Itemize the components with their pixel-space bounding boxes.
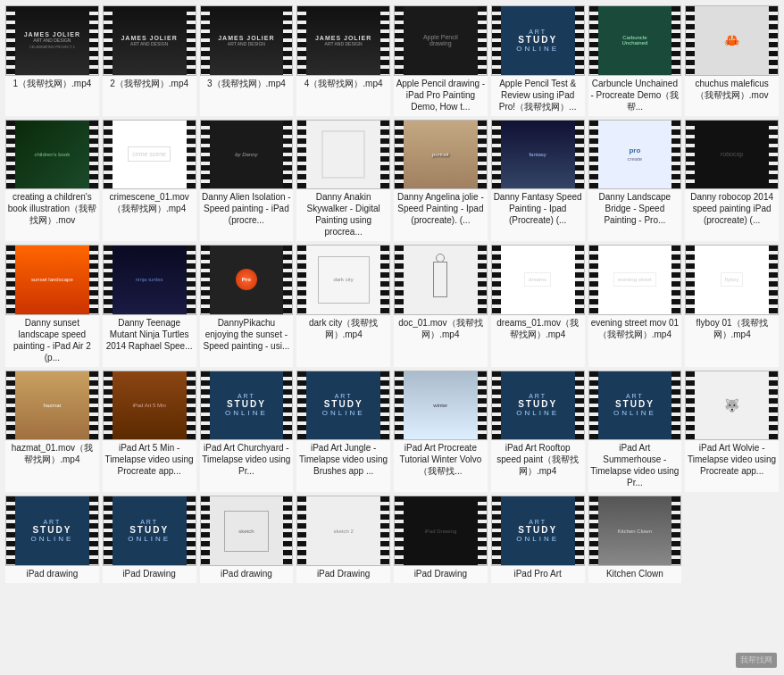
list-item[interactable]: dreams dreams_01.mov（我帮找网）.mp4 [491, 245, 585, 367]
list-item[interactable]: ART STUDY ONLINE iPad Pro Art [491, 496, 585, 583]
video-label: iPad Drawing [103, 566, 196, 583]
video-label: chuchus maleficus（我帮找网）.mov [685, 76, 779, 104]
thumbnail: crime scene [103, 120, 196, 190]
list-item[interactable]: hazmat hazmat_01.mov（我帮找网）.mp4 [5, 371, 99, 493]
list-item[interactable]: ART STUDY ONLINE iPad Art Rooftop speed … [491, 371, 585, 493]
list-item[interactable]: portrait Danny Angelina jolie - Speed Pa… [394, 120, 488, 242]
video-label: iPad drawing [200, 566, 294, 583]
video-label: 3（我帮找网）.mp4 [200, 76, 294, 93]
video-label: Danny Landscape Bridge - Speed Painting … [588, 189, 682, 229]
list-item[interactable]: JAMES JOLIER ART AND DESIGN 3（我帮找网）.mp4 [200, 5, 294, 116]
video-label: iPad drawing [5, 566, 99, 583]
thumbnail: JAMES JOLIER ART AND DESIGN [296, 5, 390, 76]
video-label: iPad Art Jungle - Timelapse video using … [296, 440, 390, 480]
thumbnail: fantasy [491, 120, 585, 190]
video-label: Danny Angelina jolie - Speed Painting - … [394, 189, 488, 229]
thumbnail: ninja turtles [103, 245, 196, 315]
thumbnail: Kitchen Clown [588, 496, 682, 566]
video-label: Kitchen Clown [588, 566, 682, 583]
video-grid: JAMES JOLIER ART AND DESIGN CELEBRATING … [0, 0, 784, 588]
thumbnail: sketch [200, 496, 294, 566]
thumbnail: dreams [491, 245, 585, 315]
video-label: Danny robocop 2014 speed painting iPad (… [685, 189, 779, 229]
list-item[interactable]: ART STUDY ONLINE iPad Art Jungle - Timel… [296, 371, 390, 493]
list-item[interactable]: 🦀 chuchus maleficus（我帮找网）.mov [685, 5, 779, 116]
list-item[interactable]: iPad Drawing iPad Drawing [394, 496, 488, 583]
thumbnail: 🦀 [685, 5, 779, 76]
list-item[interactable]: ninja turtles Danny Teenage Mutant Ninja… [103, 245, 196, 367]
list-item[interactable]: sketch 2 iPad Drawing [296, 496, 390, 583]
thumbnail: ART STUDY ONLINE [200, 371, 294, 441]
list-item[interactable]: JAMES JOLIER ART AND DESIGN 4（我帮找网）.mp4 [296, 5, 390, 116]
thumbnail [296, 120, 390, 190]
video-label: iPad Art Rooftop speed paint（我帮找网）.mp4 [491, 440, 585, 480]
video-label: iPad Art 5 Min - Timelapse video using P… [103, 440, 196, 480]
thumbnail: portrait [394, 120, 488, 190]
thumbnail: ART STUDY ONLINE [491, 496, 585, 566]
watermark-text: 我帮找网 [736, 653, 777, 668]
list-item[interactable]: Pro DannyPikachu enjoying the sunset - S… [200, 245, 294, 367]
video-label: dreams_01.mov（我帮找网）.mp4 [491, 315, 585, 344]
thumbnail: flyboy [685, 245, 779, 315]
thumbnail: ART STUDY ONLINE [5, 496, 99, 566]
thumbnail: ART STUDY ONLINE [296, 371, 390, 441]
thumbnail: children's book [5, 120, 99, 190]
list-item[interactable]: dark city dark city（我帮找网）.mp4 [296, 245, 390, 367]
list-item[interactable]: fantasy Danny Fantasy Speed Painting - I… [491, 120, 585, 242]
video-label: Danny Fantasy Speed Painting - Ipad (Pro… [491, 189, 585, 229]
list-item[interactable]: ART STUDY ONLINE Apple Pencil Test & Rev… [491, 5, 585, 116]
video-label: Apple Pencil Test & Review using iPad Pr… [491, 76, 585, 116]
thumbnail: iPad Art 5 Min [103, 371, 196, 441]
video-label: iPad Art Procreate Tutorial Winter Volvo… [394, 440, 488, 480]
list-item[interactable]: evening street evening street mov 01（我帮找… [588, 245, 682, 367]
thumbnail: procreate [588, 120, 682, 190]
list-item[interactable]: procreate Danny Landscape Bridge - Speed… [588, 120, 682, 242]
list-item[interactable]: Apple Pencildrawing Apple Pencil drawing… [394, 5, 488, 116]
list-item[interactable]: ART STUDY ONLINE iPad Art Churchyard - T… [200, 371, 294, 493]
thumbnail: CarbuncleUnchained [588, 5, 682, 76]
video-label: Danny sunset landscape speed painting - … [5, 315, 99, 367]
video-label: iPad Art Churchyard - Timelapse video us… [200, 440, 294, 480]
list-item[interactable]: ART STUDY ONLINE iPad drawing [5, 496, 99, 583]
thumbnail [394, 245, 488, 315]
list-item[interactable]: JAMES JOLIER ART AND DESIGN CELEBRATING … [5, 5, 99, 116]
list-item[interactable]: iPad Art 5 Min iPad Art 5 Min - Timelaps… [103, 371, 196, 493]
thumbnail: Pro [200, 245, 294, 315]
list-item[interactable]: doc_01.mov（我帮找网）.mp4 [394, 245, 488, 367]
video-label: 4（我帮找网）.mp4 [296, 76, 390, 93]
thumbnail: JAMES JOLIER ART AND DESIGN [103, 5, 196, 76]
list-item[interactable]: winter iPad Art Procreate Tutorial Winte… [394, 371, 488, 493]
video-label: iPad Drawing [296, 566, 390, 583]
list-item[interactable]: Kitchen Clown Kitchen Clown [588, 496, 682, 583]
list-item[interactable]: JAMES JOLIER ART AND DESIGN 2（我帮找网）.mp4 [103, 5, 196, 116]
list-item[interactable]: robocop Danny robocop 2014 speed paintin… [685, 120, 779, 242]
video-label: DannyPikachu enjoying the sunset - Speed… [200, 315, 294, 355]
list-item[interactable]: 🐺 iPad Art Wolvie - Timelapse video usin… [685, 371, 779, 493]
video-label: dark city（我帮找网）.mp4 [296, 315, 390, 344]
video-label: crimescene_01.mov（我帮找网）.mp4 [103, 189, 196, 218]
video-label: Danny Teenage Mutant Ninja Turtles 2014 … [103, 315, 196, 355]
video-label: hazmat_01.mov（我帮找网）.mp4 [5, 440, 99, 469]
list-item[interactable]: sketch iPad drawing [200, 496, 294, 583]
list-item[interactable]: ART STUDY ONLINE iPad Drawing [103, 496, 196, 583]
thumbnail: sunset landscape [5, 245, 99, 315]
thumbnail: 🐺 [685, 371, 779, 441]
thumbnail: JAMES JOLIER ART AND DESIGN CELEBRATING … [5, 5, 99, 76]
video-label: evening street mov 01（我帮找网）.mp4 [588, 315, 682, 344]
list-item[interactable]: children's book creating a children's bo… [5, 120, 99, 242]
list-item[interactable]: crime scene crimescene_01.mov（我帮找网）.mp4 [103, 120, 196, 242]
video-label: iPad Drawing [394, 566, 488, 583]
list-item[interactable]: by Danny Danny Alien Isolation - Speed p… [200, 120, 294, 242]
video-label: 1（我帮找网）.mp4 [5, 76, 99, 93]
thumbnail: Apple Pencildrawing [394, 5, 488, 76]
video-label: creating a children's book illustration（… [5, 189, 99, 229]
list-item[interactable]: CarbuncleUnchained Carbuncle Unchained -… [588, 5, 682, 116]
thumbnail: ART STUDY ONLINE [491, 5, 585, 76]
thumbnail: robocop [685, 120, 779, 190]
list-item[interactable]: sunset landscape Danny sunset landscape … [5, 245, 99, 367]
list-item[interactable]: flyboy flyboy 01（我帮找网）.mp4 [685, 245, 779, 367]
thumbnail: dark city [296, 245, 390, 315]
list-item[interactable]: Danny Anakin Skywalker - Digital Paintin… [296, 120, 390, 242]
video-label: Carbuncle Unchained - Procreate Demo（我帮.… [588, 76, 682, 116]
list-item[interactable]: ART STUDY ONLINE iPad Art Summerhouse - … [588, 371, 682, 493]
